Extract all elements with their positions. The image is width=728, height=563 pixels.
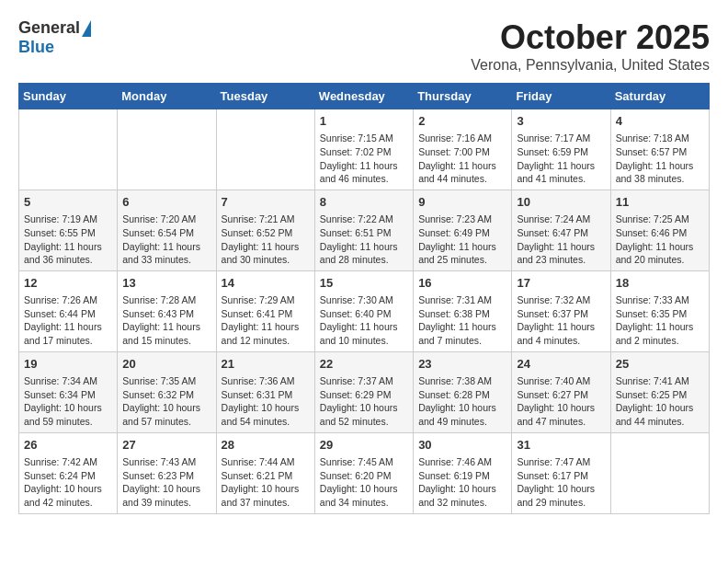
day-number: 21 bbox=[222, 356, 310, 373]
calendar-cell: 6Sunrise: 7:20 AM Sunset: 6:54 PM Daylig… bbox=[118, 190, 216, 270]
week-row-1: 1Sunrise: 7:15 AM Sunset: 7:02 PM Daylig… bbox=[19, 109, 710, 190]
day-info: Sunrise: 7:15 AM Sunset: 7:02 PM Dayligh… bbox=[320, 132, 408, 186]
calendar-cell: 5Sunrise: 7:19 AM Sunset: 6:55 PM Daylig… bbox=[19, 190, 118, 270]
calendar-cell: 22Sunrise: 7:37 AM Sunset: 6:29 PM Dayli… bbox=[314, 351, 413, 432]
day-number: 15 bbox=[320, 275, 408, 292]
calendar-cell: 24Sunrise: 7:40 AM Sunset: 6:27 PM Dayli… bbox=[512, 351, 610, 432]
day-info: Sunrise: 7:36 AM Sunset: 6:31 PM Dayligh… bbox=[222, 374, 310, 429]
day-number: 28 bbox=[222, 437, 310, 454]
week-row-2: 5Sunrise: 7:19 AM Sunset: 6:55 PM Daylig… bbox=[19, 190, 710, 270]
calendar-cell bbox=[118, 109, 216, 190]
day-number: 30 bbox=[418, 437, 506, 454]
day-number: 22 bbox=[320, 356, 408, 373]
day-number: 19 bbox=[24, 356, 112, 373]
calendar-cell: 10Sunrise: 7:24 AM Sunset: 6:47 PM Dayli… bbox=[512, 190, 610, 270]
calendar-cell: 13Sunrise: 7:28 AM Sunset: 6:43 PM Dayli… bbox=[118, 270, 216, 351]
calendar-cell: 26Sunrise: 7:42 AM Sunset: 6:24 PM Dayli… bbox=[19, 432, 118, 513]
day-info: Sunrise: 7:25 AM Sunset: 6:46 PM Dayligh… bbox=[616, 213, 704, 267]
day-number: 10 bbox=[517, 194, 605, 211]
day-number: 31 bbox=[517, 437, 605, 454]
calendar-cell: 18Sunrise: 7:33 AM Sunset: 6:35 PM Dayli… bbox=[610, 270, 709, 351]
day-number: 11 bbox=[616, 194, 704, 211]
day-info: Sunrise: 7:40 AM Sunset: 6:27 PM Dayligh… bbox=[517, 374, 605, 429]
calendar-cell: 31Sunrise: 7:47 AM Sunset: 6:17 PM Dayli… bbox=[512, 432, 610, 513]
logo: General Blue bbox=[18, 18, 93, 57]
day-number: 2 bbox=[418, 113, 506, 130]
weekday-header-monday: Monday bbox=[118, 84, 216, 109]
month-title: October 2025 bbox=[471, 18, 710, 57]
calendar-cell bbox=[19, 109, 118, 190]
day-number: 6 bbox=[122, 194, 210, 211]
day-number: 18 bbox=[616, 275, 704, 292]
weekday-header-tuesday: Tuesday bbox=[216, 84, 314, 109]
day-number: 23 bbox=[418, 356, 506, 373]
day-info: Sunrise: 7:19 AM Sunset: 6:55 PM Dayligh… bbox=[24, 213, 112, 267]
logo-blue-text: Blue bbox=[18, 38, 54, 57]
location-title: Verona, Pennsylvania, United States bbox=[471, 57, 710, 74]
calendar-cell: 7Sunrise: 7:21 AM Sunset: 6:52 PM Daylig… bbox=[216, 190, 314, 270]
weekday-header-thursday: Thursday bbox=[414, 84, 512, 109]
day-info: Sunrise: 7:32 AM Sunset: 6:37 PM Dayligh… bbox=[517, 293, 605, 348]
calendar-cell: 30Sunrise: 7:46 AM Sunset: 6:19 PM Dayli… bbox=[414, 432, 512, 513]
calendar-cell: 1Sunrise: 7:15 AM Sunset: 7:02 PM Daylig… bbox=[314, 109, 413, 190]
page-header: General Blue October 2025 Verona, Pennsy… bbox=[18, 18, 710, 74]
calendar-cell: 12Sunrise: 7:26 AM Sunset: 6:44 PM Dayli… bbox=[19, 270, 118, 351]
day-info: Sunrise: 7:35 AM Sunset: 6:32 PM Dayligh… bbox=[122, 374, 210, 429]
weekday-header-friday: Friday bbox=[512, 84, 610, 109]
calendar-cell: 15Sunrise: 7:30 AM Sunset: 6:40 PM Dayli… bbox=[314, 270, 413, 351]
calendar-cell: 28Sunrise: 7:44 AM Sunset: 6:21 PM Dayli… bbox=[216, 432, 314, 513]
day-number: 7 bbox=[222, 194, 310, 211]
weekday-header-row: SundayMondayTuesdayWednesdayThursdayFrid… bbox=[19, 84, 710, 109]
day-number: 24 bbox=[517, 356, 605, 373]
day-info: Sunrise: 7:44 AM Sunset: 6:21 PM Dayligh… bbox=[222, 455, 310, 510]
day-info: Sunrise: 7:37 AM Sunset: 6:29 PM Dayligh… bbox=[320, 374, 408, 429]
calendar-cell: 21Sunrise: 7:36 AM Sunset: 6:31 PM Dayli… bbox=[216, 351, 314, 432]
day-number: 12 bbox=[24, 275, 112, 292]
day-number: 4 bbox=[616, 113, 704, 130]
day-info: Sunrise: 7:22 AM Sunset: 6:51 PM Dayligh… bbox=[320, 213, 408, 267]
weekday-header-saturday: Saturday bbox=[610, 84, 709, 109]
calendar-cell bbox=[610, 432, 709, 513]
calendar-cell: 20Sunrise: 7:35 AM Sunset: 6:32 PM Dayli… bbox=[118, 351, 216, 432]
day-number: 13 bbox=[122, 275, 210, 292]
day-info: Sunrise: 7:30 AM Sunset: 6:40 PM Dayligh… bbox=[320, 293, 408, 348]
day-number: 16 bbox=[418, 275, 506, 292]
day-info: Sunrise: 7:31 AM Sunset: 6:38 PM Dayligh… bbox=[418, 293, 506, 348]
calendar-cell: 25Sunrise: 7:41 AM Sunset: 6:25 PM Dayli… bbox=[610, 351, 709, 432]
weekday-header-wednesday: Wednesday bbox=[314, 84, 413, 109]
calendar-cell: 23Sunrise: 7:38 AM Sunset: 6:28 PM Dayli… bbox=[414, 351, 512, 432]
day-info: Sunrise: 7:26 AM Sunset: 6:44 PM Dayligh… bbox=[24, 293, 112, 348]
calendar-cell: 29Sunrise: 7:45 AM Sunset: 6:20 PM Dayli… bbox=[314, 432, 413, 513]
calendar-cell: 27Sunrise: 7:43 AM Sunset: 6:23 PM Dayli… bbox=[118, 432, 216, 513]
day-info: Sunrise: 7:23 AM Sunset: 6:49 PM Dayligh… bbox=[418, 213, 506, 267]
day-number: 5 bbox=[24, 194, 112, 211]
day-number: 8 bbox=[320, 194, 408, 211]
calendar-cell: 2Sunrise: 7:16 AM Sunset: 7:00 PM Daylig… bbox=[414, 109, 512, 190]
day-number: 3 bbox=[517, 113, 605, 130]
week-row-5: 26Sunrise: 7:42 AM Sunset: 6:24 PM Dayli… bbox=[19, 432, 710, 513]
day-info: Sunrise: 7:17 AM Sunset: 6:59 PM Dayligh… bbox=[517, 132, 605, 186]
day-number: 17 bbox=[517, 275, 605, 292]
calendar-cell: 4Sunrise: 7:18 AM Sunset: 6:57 PM Daylig… bbox=[610, 109, 709, 190]
day-info: Sunrise: 7:47 AM Sunset: 6:17 PM Dayligh… bbox=[517, 455, 605, 510]
day-info: Sunrise: 7:33 AM Sunset: 6:35 PM Dayligh… bbox=[616, 293, 704, 348]
day-info: Sunrise: 7:34 AM Sunset: 6:34 PM Dayligh… bbox=[24, 374, 112, 429]
day-number: 9 bbox=[418, 194, 506, 211]
day-number: 29 bbox=[320, 437, 408, 454]
day-info: Sunrise: 7:42 AM Sunset: 6:24 PM Dayligh… bbox=[24, 455, 112, 510]
day-number: 14 bbox=[222, 275, 310, 292]
day-number: 25 bbox=[616, 356, 704, 373]
day-info: Sunrise: 7:24 AM Sunset: 6:47 PM Dayligh… bbox=[517, 213, 605, 267]
day-number: 1 bbox=[320, 113, 408, 130]
day-info: Sunrise: 7:43 AM Sunset: 6:23 PM Dayligh… bbox=[122, 455, 210, 510]
day-info: Sunrise: 7:46 AM Sunset: 6:19 PM Dayligh… bbox=[418, 455, 506, 510]
calendar-cell: 17Sunrise: 7:32 AM Sunset: 6:37 PM Dayli… bbox=[512, 270, 610, 351]
day-info: Sunrise: 7:18 AM Sunset: 6:57 PM Dayligh… bbox=[616, 132, 704, 186]
calendar-cell: 3Sunrise: 7:17 AM Sunset: 6:59 PM Daylig… bbox=[512, 109, 610, 190]
logo-triangle-icon bbox=[82, 20, 91, 37]
day-number: 20 bbox=[122, 356, 210, 373]
day-info: Sunrise: 7:20 AM Sunset: 6:54 PM Dayligh… bbox=[122, 213, 210, 267]
calendar-cell: 19Sunrise: 7:34 AM Sunset: 6:34 PM Dayli… bbox=[19, 351, 118, 432]
day-info: Sunrise: 7:45 AM Sunset: 6:20 PM Dayligh… bbox=[320, 455, 408, 510]
day-info: Sunrise: 7:21 AM Sunset: 6:52 PM Dayligh… bbox=[222, 213, 310, 267]
